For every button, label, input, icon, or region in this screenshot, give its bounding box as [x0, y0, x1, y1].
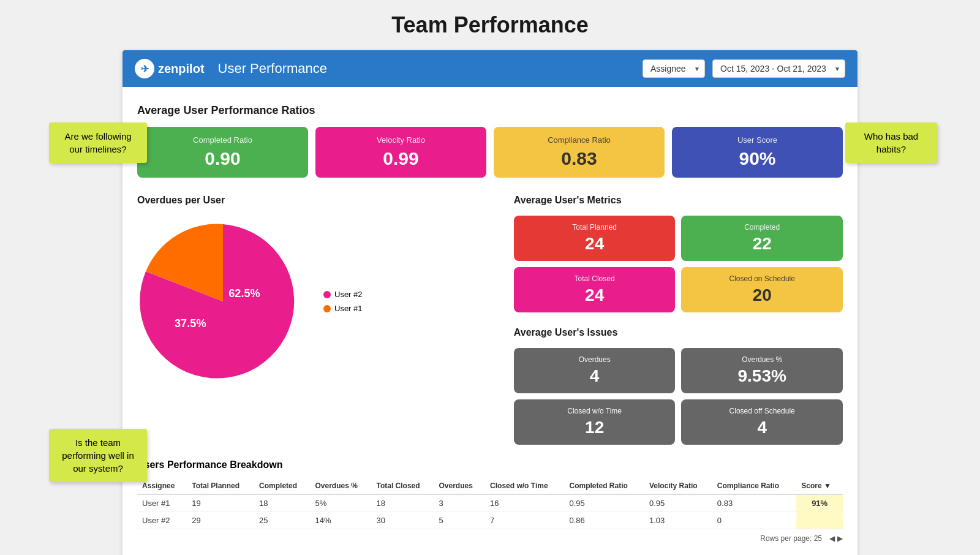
metric-total-closed: Total Closed 24 — [514, 267, 676, 312]
col-compliance-ratio[interactable]: Compliance Ratio — [712, 478, 796, 494]
table-row: User #1 19 18 5% 18 3 16 0.95 0.95 0.83 … — [137, 494, 843, 512]
header-title: User Performance — [218, 61, 328, 77]
cell-compliance-ratio-2: 0 — [712, 512, 796, 529]
main-content: Average User Performance Ratios Complete… — [123, 87, 858, 555]
col-total-planned[interactable]: Total Planned — [187, 478, 254, 494]
metric-total-planned: Total Planned 24 — [514, 216, 676, 261]
completed-ratio-value: 0.90 — [147, 148, 298, 169]
issue-overdues-pct: Overdues % 9.53% — [681, 348, 843, 393]
col-completed-ratio[interactable]: Completed Ratio — [564, 478, 644, 494]
two-col-layout: Overdues per User 62.5% 37.5% — [137, 195, 843, 445]
ratios-section: Average User Performance Ratios Complete… — [137, 104, 843, 178]
cell-completed-ratio-2: 0.86 — [564, 512, 644, 529]
pie-container: 62.5% 37.5% User #2 User #1 — [137, 216, 499, 387]
cell-overdues-pct-1: 5% — [310, 494, 371, 512]
metric-total-planned-value: 24 — [522, 234, 667, 254]
legend-dot-user1 — [323, 305, 331, 312]
metrics-grid: Total Planned 24 Completed 22 Total Clos… — [514, 216, 843, 312]
col-total-closed[interactable]: Total Closed — [371, 478, 434, 494]
metrics-section: Average User's Metrics Total Planned 24 … — [514, 195, 843, 312]
issue-overdues: Overdues 4 — [514, 348, 676, 393]
header-left: ✈ zenpilot User Performance — [135, 59, 327, 78]
pagination-text: Rows per page: 25 — [760, 534, 822, 543]
sticky-note-team-performance: Is the team performing well in our syste… — [49, 429, 147, 482]
issue-overdues-label: Overdues — [522, 355, 667, 364]
metric-closed-on-schedule: Closed on Schedule 20 — [681, 267, 843, 312]
issue-closed-wo-time-value: 12 — [522, 418, 667, 437]
issues-grid: Overdues 4 Overdues % 9.53% Closed w/o T… — [514, 348, 843, 445]
compliance-ratio-label: Compliance Ratio — [503, 135, 655, 145]
table-header-row: Assignee Total Planned Completed Overdue… — [137, 478, 843, 494]
cell-completed-ratio-1: 0.95 — [564, 494, 644, 512]
metric-closed-on-schedule-label: Closed on Schedule — [690, 274, 834, 283]
issues-section: Average User's Issues Overdues 4 Overdue… — [514, 327, 843, 445]
date-range-select[interactable]: Oct 15, 2023 - Oct 21, 2023 — [712, 59, 845, 78]
left-col: Overdues per User 62.5% 37.5% — [137, 195, 499, 445]
pie-label-user1: 37.5% — [175, 317, 206, 330]
col-completed[interactable]: Completed — [254, 478, 310, 494]
ratio-cards: Completed Ratio 0.90 Velocity Ratio 0.99… — [137, 127, 843, 178]
assignee-select[interactable]: Assignee — [643, 59, 705, 78]
cell-assignee-2: User #2 — [137, 512, 187, 529]
sticky-note-timelines: Are we following our timelines? — [49, 123, 147, 163]
metric-total-closed-value: 24 — [522, 285, 667, 305]
metric-completed-value: 22 — [690, 234, 834, 254]
completed-ratio-label: Completed Ratio — [147, 135, 298, 145]
issue-closed-off-schedule-value: 4 — [690, 418, 834, 437]
overdues-title: Overdues per User — [137, 195, 499, 206]
cell-total-closed-1: 18 — [371, 494, 434, 512]
user-score-value: 90% — [682, 148, 833, 169]
cell-total-planned-2: 29 — [187, 512, 254, 529]
metric-completed-label: Completed — [690, 223, 834, 232]
compliance-ratio-card: Compliance Ratio 0.83 — [494, 127, 665, 178]
table-title: Users Performance Breakdown — [137, 459, 843, 470]
assignee-select-wrapper[interactable]: Assignee — [643, 59, 705, 78]
right-col: Average User's Metrics Total Planned 24 … — [514, 195, 843, 445]
col-closed-wo-time[interactable]: Closed w/o Time — [485, 478, 564, 494]
issue-closed-wo-time: Closed w/o Time 12 — [514, 399, 676, 445]
cell-closed-wo-time-2: 7 — [485, 512, 564, 529]
legend-user1: User #1 — [323, 304, 363, 313]
date-range-select-wrapper[interactable]: Oct 15, 2023 - Oct 21, 2023 — [712, 59, 845, 78]
legend-label-user1: User #1 — [334, 304, 363, 313]
col-overdues-pct[interactable]: Overdues % — [310, 478, 371, 494]
issue-overdues-value: 4 — [522, 366, 667, 386]
header-controls: Assignee Oct 15, 2023 - Oct 21, 2023 — [643, 59, 845, 78]
user-score-label: User Score — [682, 135, 833, 145]
pagination-nav-next[interactable]: ▶ — [837, 534, 843, 543]
sticky-note-bad-habits: Who has bad habits? — [845, 123, 937, 163]
table-section: Users Performance Breakdown Assignee Tot… — [137, 459, 843, 548]
cell-velocity-ratio-1: 0.95 — [644, 494, 712, 512]
pie-legend: User #2 User #1 — [323, 290, 363, 313]
table-row: User #2 29 25 14% 30 5 7 0.86 1.03 0 — [137, 512, 843, 529]
cell-compliance-ratio-1: 0.83 — [712, 494, 796, 512]
metrics-title: Average User's Metrics — [514, 195, 843, 206]
col-velocity-ratio[interactable]: Velocity Ratio — [644, 478, 712, 494]
cell-overdues-pct-2: 14% — [310, 512, 371, 529]
cell-overdues-1: 3 — [434, 494, 486, 512]
cell-closed-wo-time-1: 16 — [485, 494, 564, 512]
cell-assignee-1: User #1 — [137, 494, 187, 512]
issues-title: Average User's Issues — [514, 327, 843, 338]
pagination-nav[interactable]: ◀ — [829, 534, 835, 543]
pagination: Rows per page: 25 ◀ ▶ — [137, 529, 843, 548]
cell-overdues-2: 5 — [434, 512, 486, 529]
pie-chart: 62.5% 37.5% — [137, 216, 309, 387]
issue-closed-wo-time-label: Closed w/o Time — [522, 407, 667, 415]
dashboard: ✈ zenpilot User Performance Assignee Oct… — [123, 50, 858, 555]
cell-total-closed-2: 30 — [371, 512, 434, 529]
completed-ratio-card: Completed Ratio 0.90 — [137, 127, 308, 178]
metric-closed-on-schedule-value: 20 — [690, 285, 834, 305]
dashboard-header: ✈ zenpilot User Performance Assignee Oct… — [123, 50, 858, 87]
logo-text: zenpilot — [158, 62, 205, 76]
col-overdues[interactable]: Overdues — [434, 478, 486, 494]
issue-closed-off-schedule: Closed off Schedule 4 — [681, 399, 843, 445]
col-score[interactable]: Score ▼ — [796, 478, 843, 494]
velocity-ratio-label: Velocity Ratio — [325, 135, 477, 145]
user-score-card: User Score 90% — [672, 127, 843, 178]
issue-closed-off-schedule-label: Closed off Schedule — [690, 407, 834, 415]
cell-completed-2: 25 — [254, 512, 310, 529]
cell-score-1: 91% — [796, 494, 843, 512]
page-title: Team Performance — [12, 12, 968, 38]
cell-total-planned-1: 19 — [187, 494, 254, 512]
